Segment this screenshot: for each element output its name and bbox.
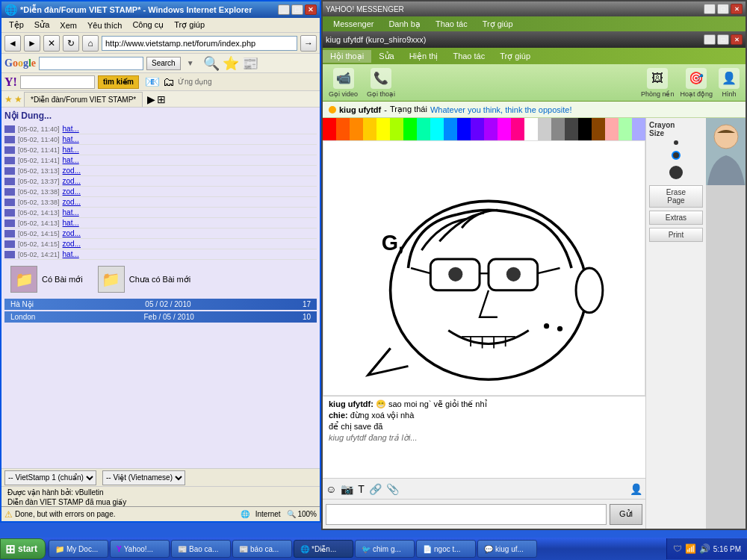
ie-menu-file[interactable]: Tệp <box>4 19 28 31</box>
ym-menu-tro-giup[interactable]: Trợ giúp <box>475 18 521 31</box>
ym-menu-sua[interactable]: Sửa <box>371 50 401 63</box>
ym-erase-page-button[interactable]: ErasePage <box>649 185 703 208</box>
ie-stop-button[interactable]: ✕ <box>43 35 60 52</box>
taskbar-item-kiug[interactable]: 💬 kiug uf... <box>477 540 537 558</box>
crayon-color-light-green[interactable] <box>619 118 632 140</box>
forum-link[interactable]: hat... <box>63 125 79 133</box>
ym-link-button[interactable]: 🔗 <box>369 483 382 495</box>
forum-link[interactable]: hat... <box>63 250 79 258</box>
ym-background-button[interactable]: 🖼 Phòng nền <box>641 68 675 98</box>
ym-menu-hien-thi[interactable]: Hiện thị <box>402 50 446 63</box>
yahoo-search-input[interactable] <box>20 75 95 89</box>
crayon-size-small[interactable] <box>674 140 678 145</box>
ym-emoticon-button[interactable]: ☺ <box>326 483 336 495</box>
tim-kiem-button[interactable]: tìm kiếm <box>98 75 139 89</box>
crayon-color-brown[interactable] <box>592 118 605 140</box>
ym-video-call-button[interactable]: 📹 Gọi video <box>329 68 358 98</box>
crayon-color-gray[interactable] <box>551 118 565 140</box>
crayon-color-blue[interactable] <box>457 118 471 140</box>
ym-menu-thao-tac2[interactable]: Thao tác <box>445 50 492 62</box>
crayon-color-bright-yellow[interactable] <box>376 118 390 140</box>
forum-link[interactable]: hat... <box>63 156 79 164</box>
crayon-color-black[interactable] <box>578 118 592 140</box>
taskbar-item-baoca[interactable]: 📰 Bao ca... <box>171 540 231 558</box>
ym-chat-maximize-button[interactable]: □ <box>717 34 729 45</box>
ie-close-button[interactable]: ✕ <box>305 4 317 15</box>
crayon-color-orange-red[interactable] <box>336 118 350 140</box>
forum-link[interactable]: zod... <box>63 229 81 237</box>
forum-link[interactable]: zod... <box>63 167 81 175</box>
ym-minimize-button[interactable]: _ <box>704 4 716 14</box>
crayon-size-large[interactable] <box>669 166 683 179</box>
crayon-color-green[interactable] <box>403 118 417 140</box>
ym-print-button[interactable]: Print <box>649 228 703 242</box>
ie-maximize-button[interactable]: □ <box>291 4 303 15</box>
ie-menu-favorites[interactable]: Yêu thích <box>83 19 126 31</box>
crayon-color-mint[interactable] <box>417 118 430 140</box>
ie-menu-tools[interactable]: Công cụ <box>128 19 168 31</box>
ym-avatar-button[interactable]: 👤 Hình <box>719 68 740 98</box>
crayon-color-red[interactable] <box>323 118 336 140</box>
forum-link[interactable]: hat... <box>63 208 79 217</box>
taskbar-item-ngoc[interactable]: 📄 ngoc t... <box>416 540 476 558</box>
forum-link[interactable]: hat... <box>63 219 79 227</box>
google-search-button[interactable]: Search <box>146 57 181 70</box>
ym-menu-thao-tac[interactable]: Thao tác <box>428 18 475 30</box>
crayon-color-dark-gray[interactable] <box>565 118 578 140</box>
viet-select[interactable]: -- Việt (Vietnamese) <box>102 470 185 485</box>
ym-maximize-button[interactable]: □ <box>717 4 729 14</box>
crayon-color-pink[interactable] <box>511 118 524 140</box>
ym-chat-minimize-button[interactable]: _ <box>704 34 716 45</box>
crayon-color-cyan[interactable] <box>430 118 444 140</box>
ym-menu-hoi-thoai[interactable]: Hội thoại <box>323 50 371 63</box>
forum-link[interactable]: zod... <box>63 240 81 248</box>
ie-refresh-button[interactable]: ↻ <box>63 35 79 52</box>
ym-activity-button[interactable]: 🎯 Hoạt động <box>680 68 713 98</box>
ym-image-button[interactable]: 📷 <box>341 483 353 495</box>
ie-menu-view[interactable]: Xem <box>55 19 81 31</box>
vietstamp-select[interactable]: -- VietStamp 1 (chuẩn) <box>4 470 96 485</box>
taskbar-item-dien[interactable]: 🌐 *Diễn... <box>294 540 353 558</box>
forum-link[interactable]: hat... <box>63 146 79 154</box>
ym-menu-danh-ba[interactable]: Danh bạ <box>381 18 427 31</box>
ym-voice-call-button[interactable]: 📞 Gọi thoại <box>367 68 395 98</box>
crayon-color-violet[interactable] <box>471 118 484 140</box>
ie-home-button[interactable]: ⌂ <box>82 35 99 52</box>
ym-menu-tro-giup2[interactable]: Trợ giúp <box>492 50 538 63</box>
ie-minimize-button[interactable]: _ <box>278 4 290 15</box>
ie-forward-button[interactable]: ► <box>24 35 40 52</box>
crayon-color-yellow[interactable] <box>363 118 376 140</box>
taskbar-item-baoca2[interactable]: 📰 báo ca... <box>232 540 292 558</box>
forum-link[interactable]: zod... <box>63 177 81 185</box>
start-button[interactable]: ⊞ start <box>0 538 46 559</box>
ie-go-button[interactable]: → <box>300 35 317 52</box>
crayon-color-yellow-green[interactable] <box>390 118 403 140</box>
ym-close-button[interactable]: ✕ <box>731 4 743 14</box>
taskbar-item-yahoo[interactable]: Y Yahoo!... <box>110 540 170 558</box>
ie-menu-help[interactable]: Trợ giúp <box>170 19 209 31</box>
ym-chat-input[interactable] <box>326 504 607 525</box>
forum-link[interactable]: hat... <box>63 135 79 143</box>
forum-link[interactable]: zod... <box>63 187 81 196</box>
crayon-color-magenta[interactable] <box>498 118 511 140</box>
crayon-color-light-gray[interactable] <box>538 118 551 140</box>
crayon-color-light-blue[interactable] <box>444 118 457 140</box>
ym-extras-button[interactable]: Extras <box>649 211 703 225</box>
crayon-color-white[interactable] <box>524 118 538 140</box>
ie-menu-edit[interactable]: Sửa <box>30 19 54 31</box>
crayon-color-orange[interactable] <box>350 118 363 140</box>
crayon-size-medium[interactable] <box>672 151 681 160</box>
ym-menu-messenger[interactable]: Messenger <box>326 18 381 30</box>
ie-back-button[interactable]: ◄ <box>4 35 21 52</box>
ie-address-input[interactable] <box>102 36 297 51</box>
ym-text-button[interactable]: T <box>358 483 365 495</box>
crayon-color-purple[interactable] <box>484 118 498 140</box>
ym-chat-close-button[interactable]: ✕ <box>731 34 743 45</box>
ym-send-button[interactable]: Gửi <box>610 504 642 525</box>
favorites-tab[interactable]: *Diễn đàn/Forum VIET STAMP* <box>24 92 143 107</box>
ym-attach-button[interactable]: 📎 <box>386 483 399 495</box>
google-search-input[interactable] <box>39 57 143 70</box>
taskbar-item-chim[interactable]: 🐦 chim g... <box>355 540 415 558</box>
forum-link[interactable]: zod... <box>63 198 81 206</box>
taskbar-item-mydoc[interactable]: 📁 My Doc... <box>49 540 108 558</box>
